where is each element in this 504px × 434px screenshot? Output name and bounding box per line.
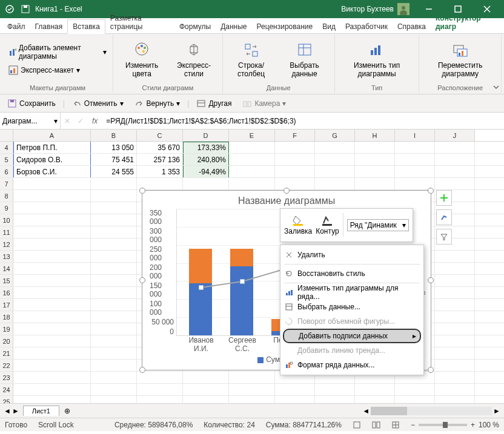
cell[interactable] [13, 311, 91, 323]
ribbon-tab-вид[interactable]: Вид [317, 20, 340, 33]
cell[interactable] [355, 154, 395, 165]
quick-layout-button[interactable]: Экспресс-макет▾ [6, 64, 109, 76]
undo-button[interactable]: Отменить▾ [68, 97, 127, 110]
context-menu-item[interactable]: Выбрать данные... [280, 300, 423, 314]
chart-filters-button[interactable] [436, 229, 452, 245]
quick-styles-button[interactable]: Экспресс-стили [169, 39, 218, 79]
fill-button[interactable]: Заливка [284, 215, 312, 235]
cell[interactable]: -94,49% [183, 166, 229, 177]
column-header[interactable]: D [183, 130, 229, 141]
column-header[interactable]: F [275, 130, 315, 141]
cell[interactable] [395, 396, 435, 403]
cell[interactable] [355, 178, 395, 189]
enter-icon[interactable]: ✓ [74, 117, 87, 125]
cell[interactable] [91, 335, 137, 347]
view-page-break-button[interactable] [391, 421, 400, 429]
zoom-slider[interactable] [419, 424, 467, 426]
cell[interactable] [13, 214, 91, 226]
row-header[interactable]: 5 [0, 154, 13, 165]
select-all-corner[interactable] [0, 130, 13, 141]
cell[interactable] [91, 384, 137, 395]
row-header[interactable]: 16 [0, 287, 13, 298]
row-header[interactable]: 9 [0, 202, 13, 214]
zoom-out-button[interactable]: − [411, 421, 415, 429]
chart-elements-button[interactable] [436, 190, 452, 206]
row-header[interactable]: 19 [0, 323, 13, 335]
column-header[interactable]: I [395, 130, 435, 141]
cell[interactable] [13, 178, 91, 189]
cell[interactable] [435, 360, 475, 371]
change-chart-type-button[interactable]: Изменить тип диаграммы [339, 39, 416, 79]
context-menu-item[interactable]: Формат ряда данных... [280, 358, 423, 372]
cell[interactable] [275, 396, 315, 403]
ribbon-tab-файл[interactable]: Файл [2, 20, 30, 33]
ribbon-tab-справка[interactable]: Справка [393, 20, 431, 33]
cell[interactable] [435, 299, 475, 311]
cell[interactable]: 24 555 [91, 166, 137, 177]
row-header[interactable]: 7 [0, 178, 13, 189]
column-header[interactable]: A [13, 130, 91, 141]
cell[interactable] [183, 384, 229, 395]
autosave-icon[interactable] [5, 4, 15, 14]
row-header[interactable]: 21 [0, 347, 13, 359]
save-icon[interactable] [21, 4, 30, 14]
cell[interactable] [13, 360, 91, 371]
view-normal-button[interactable] [353, 421, 361, 429]
row-header[interactable]: 13 [0, 251, 13, 262]
user-account[interactable]: Виктор Бухтеев [341, 3, 409, 15]
column-header[interactable]: C [137, 130, 183, 141]
cell[interactable] [355, 142, 395, 153]
column-header[interactable]: G [315, 130, 355, 141]
cell[interactable]: 257 136 [137, 154, 183, 165]
cell[interactable] [395, 142, 435, 153]
save-button[interactable]: Сохранить [4, 97, 59, 110]
zoom-control[interactable]: − + 100 % [411, 421, 499, 429]
cell[interactable] [13, 372, 91, 383]
cell[interactable] [13, 287, 91, 298]
cell[interactable] [435, 323, 475, 335]
row-header[interactable]: 10 [0, 214, 13, 226]
cell[interactable] [229, 396, 275, 403]
cell[interactable] [137, 372, 183, 383]
cell[interactable]: Петров П.П. [13, 142, 91, 153]
add-chart-element-button[interactable]: Добавить элемент диаграммы▾ [6, 42, 109, 62]
cell[interactable] [183, 372, 229, 383]
cell[interactable]: Борзов С.И. [13, 166, 91, 177]
cell[interactable] [13, 275, 91, 286]
cancel-icon[interactable]: ✕ [61, 117, 74, 125]
row-header[interactable]: 17 [0, 299, 13, 311]
cell[interactable] [91, 396, 137, 403]
context-menu-item[interactable]: Изменить тип диаграммы для ряда... [280, 285, 423, 300]
cell[interactable] [91, 263, 137, 274]
cell[interactable] [91, 190, 137, 202]
cell[interactable] [91, 202, 137, 214]
row-header[interactable]: 11 [0, 226, 13, 238]
cell[interactable] [355, 396, 395, 403]
cell[interactable] [13, 335, 91, 347]
cell[interactable] [183, 396, 229, 403]
cell[interactable] [91, 372, 137, 383]
row-header[interactable]: 22 [0, 360, 13, 371]
cell[interactable] [13, 202, 91, 214]
cell[interactable] [91, 299, 137, 311]
cell[interactable] [395, 384, 435, 395]
sheet-tab[interactable]: Лист1 [23, 406, 59, 416]
cell[interactable] [315, 384, 355, 395]
cell[interactable] [355, 384, 395, 395]
cell[interactable] [13, 299, 91, 311]
zoom-in-button[interactable]: + [471, 421, 475, 429]
cell[interactable] [395, 166, 435, 177]
spreadsheet-grid[interactable]: ABCDEFGHIJ 4Петров П.П.13 05035 670173,3… [0, 130, 504, 403]
cell[interactable] [229, 154, 275, 165]
row-header[interactable]: 14 [0, 263, 13, 274]
move-chart-button[interactable]: Переместить диаграмму [423, 39, 497, 79]
ribbon-tab-рецензирование[interactable]: Рецензирование [252, 20, 318, 33]
cell[interactable] [435, 251, 475, 262]
cell[interactable] [435, 154, 475, 165]
cell[interactable] [13, 226, 91, 238]
ribbon-tab-главная[interactable]: Главная [30, 20, 68, 33]
column-header[interactable]: H [355, 130, 395, 141]
cell[interactable] [13, 190, 91, 202]
change-colors-button[interactable]: Изменить цвета [117, 39, 167, 79]
cell[interactable] [13, 263, 91, 274]
